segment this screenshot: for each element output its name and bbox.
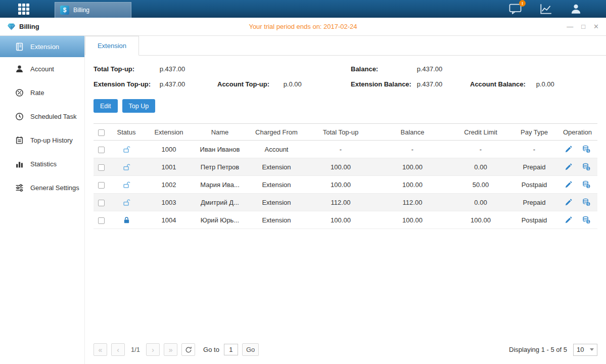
sidebar-item-topup-history[interactable]: Top-up History — [0, 128, 84, 152]
row-checkbox[interactable] — [98, 217, 105, 224]
billing-app-icon: $ — [60, 6, 69, 15]
account-balance-value: p.0.00 — [536, 80, 554, 88]
table-row: 1002 Мария Ива... Extension 100.00 100.0… — [94, 176, 597, 194]
total-topup-label: Total Top-up: — [94, 65, 158, 73]
edit-pencil-icon[interactable] — [565, 181, 572, 189]
close-button[interactable]: ✕ — [593, 23, 599, 30]
goto-page-input[interactable] — [224, 344, 238, 355]
refresh-button[interactable] — [181, 343, 195, 356]
svg-text:$: $ — [587, 149, 589, 153]
balance-value: p.437.00 — [417, 65, 443, 73]
last-page-button[interactable]: » — [164, 343, 177, 356]
sidebar-item-statistics[interactable]: Statistics — [0, 152, 84, 176]
sidebar-item-account[interactable]: Account — [0, 57, 84, 81]
refresh-icon — [185, 346, 192, 353]
header-pay-type: Pay Type — [511, 124, 557, 141]
account-balance-label: Account Balance: — [470, 80, 534, 88]
user-account-icon[interactable] — [570, 4, 582, 14]
header-operation: Operation — [557, 124, 597, 141]
header-name: Name — [194, 124, 246, 141]
sidebar: Extension Account Rate Scheduled Task — [0, 36, 85, 364]
cell-charged-from: Extension — [246, 176, 307, 194]
go-button[interactable]: Go — [242, 343, 259, 356]
cell-pay-type: - — [511, 141, 557, 158]
cell-name: Иван Иванов — [194, 141, 246, 158]
sidebar-item-scheduled-task[interactable]: Scheduled Task — [0, 105, 84, 128]
billing-gem-icon — [7, 23, 16, 31]
sidebar-item-label: Rate — [30, 89, 44, 97]
table-row: 1004 Юрий Юрь... Extension 100.00 100.00… — [94, 211, 597, 229]
maximize-button[interactable]: □ — [581, 23, 585, 30]
top-bar: $ Billing ! — [0, 0, 606, 18]
lock-open-icon — [123, 181, 130, 189]
goto-label: Go to — [203, 346, 219, 353]
page-indicator: 1/1 — [131, 346, 140, 353]
table-row: 1000 Иван Иванов Account - - - - — [94, 141, 597, 158]
top-up-coins-icon[interactable]: $ — [582, 198, 590, 206]
row-checkbox[interactable] — [98, 147, 105, 153]
tab-extension[interactable]: Extension — [85, 36, 139, 56]
edit-pencil-icon[interactable] — [565, 216, 572, 224]
top-up-coins-icon[interactable]: $ — [582, 163, 590, 171]
displaying-text: Displaying 1 - 5 of 5 — [509, 346, 567, 353]
app-launcher-icon[interactable] — [18, 4, 29, 15]
cell-balance: 100.00 — [375, 158, 450, 176]
sidebar-item-general-settings[interactable]: General Settings — [0, 176, 84, 200]
table-row: 1001 Петр Петров Extension 100.00 100.00… — [94, 158, 597, 176]
notifications-chat-icon[interactable]: ! — [509, 4, 522, 14]
top-up-coins-icon[interactable]: $ — [582, 216, 590, 224]
lock-open-icon — [123, 146, 130, 153]
top-tab-label: Billing — [73, 7, 89, 14]
edit-pencil-icon[interactable] — [565, 199, 572, 206]
cell-extension: 1003 — [144, 194, 194, 211]
top-tab-billing[interactable]: $ Billing — [55, 2, 131, 18]
user-icon — [15, 65, 24, 73]
extension-topup-value: p.437.00 — [160, 80, 185, 88]
edit-button[interactable]: Edit — [94, 99, 118, 113]
row-checkbox[interactable] — [98, 164, 105, 171]
select-all-checkbox[interactable] — [98, 129, 105, 136]
first-page-button[interactable]: « — [94, 343, 107, 356]
chevron-down-icon — [590, 348, 594, 351]
cell-extension: 1000 — [144, 141, 194, 158]
lock-open-icon — [123, 163, 130, 171]
cell-credit-limit: - — [450, 141, 511, 158]
cell-credit-limit: 0.00 — [450, 194, 511, 211]
svg-text:$: $ — [587, 167, 589, 170]
row-checkbox[interactable] — [98, 182, 105, 189]
row-checkbox[interactable] — [98, 200, 105, 206]
sidebar-item-extension[interactable]: Extension — [0, 36, 84, 57]
minimize-button[interactable]: — — [567, 23, 573, 30]
cell-pay-type: Postpaid — [511, 211, 557, 229]
account-topup-label: Account Top-up: — [217, 80, 282, 88]
cell-total-topup: 100.00 — [307, 211, 375, 229]
top-up-coins-icon[interactable]: $ — [582, 145, 590, 153]
next-page-button[interactable]: › — [146, 343, 160, 356]
cell-charged-from: Extension — [246, 194, 307, 211]
cell-balance: - — [375, 141, 450, 158]
lock-open-icon — [123, 199, 130, 206]
edit-pencil-icon[interactable] — [565, 146, 572, 153]
window-title: Billing — [19, 23, 39, 30]
cell-total-topup: 100.00 — [307, 158, 375, 176]
cell-pay-type: Postpaid — [511, 176, 557, 194]
edit-pencil-icon[interactable] — [565, 163, 572, 171]
prev-page-button[interactable]: ‹ — [111, 343, 125, 356]
header-extension: Extension — [144, 124, 194, 141]
balance-label: Balance: — [351, 65, 415, 73]
lock-closed-icon — [123, 216, 130, 224]
page-size-select[interactable]: 10 — [573, 344, 597, 356]
top-up-coins-icon[interactable]: $ — [582, 180, 590, 189]
cell-name: Петр Петров — [194, 158, 246, 176]
extension-balance-value: p.437.00 — [417, 80, 443, 88]
sidebar-item-label: Account — [30, 65, 54, 73]
sidebar-item-rate[interactable]: Rate — [0, 81, 84, 105]
settings-sliders-icon — [15, 184, 24, 192]
cell-credit-limit: 0.00 — [450, 158, 511, 176]
cell-credit-limit: 50.00 — [450, 176, 511, 194]
history-icon — [15, 136, 24, 145]
pagination-bar: « ‹ 1/1 › » Go to Go Displaying 1 - 5 of… — [85, 343, 606, 364]
top-up-button[interactable]: Top Up — [122, 99, 156, 113]
reports-chart-icon[interactable] — [540, 4, 552, 14]
header-total-topup: Total Top-up — [307, 124, 375, 141]
